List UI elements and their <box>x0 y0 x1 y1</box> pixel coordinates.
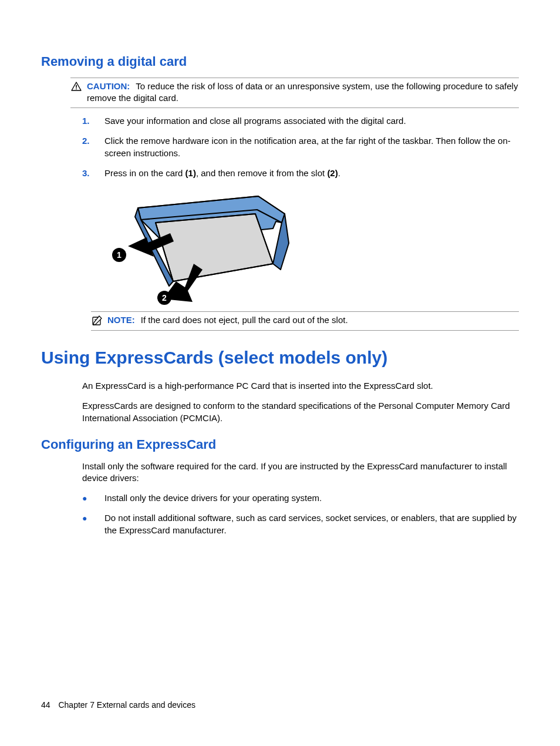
note-label: NOTE: <box>107 315 135 325</box>
bullet-list: ● Install only the device drivers for yo… <box>82 492 519 536</box>
svg-rect-1 <box>76 88 77 89</box>
bullet-icon: ● <box>82 492 92 504</box>
bullet-text: Do not install additional software, such… <box>104 512 519 536</box>
step-number: 3. <box>82 167 92 179</box>
svg-text:2: 2 <box>162 293 167 303</box>
step-item: 3. Press in on the card (1), and then re… <box>82 167 519 179</box>
note-callout: NOTE: If the card does not eject, pull t… <box>91 311 519 330</box>
step-number: 2. <box>82 135 92 159</box>
step-text-fragment: . <box>338 168 340 178</box>
caution-icon <box>70 80 82 91</box>
bullet-icon: ● <box>82 512 92 536</box>
caution-label: CAUTION: <box>87 81 130 91</box>
page-footer: 44 Chapter 7 External cards and devices <box>41 700 195 711</box>
note-body: NOTE: If the card does not eject, pull t… <box>107 314 519 326</box>
svg-rect-0 <box>76 85 77 88</box>
chapter-title: Chapter 7 External cards and devices <box>58 700 195 710</box>
steps-list: 1. Save your information and close all p… <box>82 115 519 179</box>
bullet-text: Install only the device drivers for your… <box>104 492 519 504</box>
svg-text:1: 1 <box>117 250 122 260</box>
bullet-item: ● Do not install additional software, su… <box>82 512 519 536</box>
step-number: 1. <box>82 115 92 127</box>
step-item: 2. Click the remove hardware icon in the… <box>82 135 519 159</box>
paragraph: Install only the software required for t… <box>82 461 519 485</box>
document-page: Removing a digital card CAUTION: To redu… <box>0 0 560 746</box>
paragraph: ExpressCards are designed to conform to … <box>82 400 519 424</box>
step-text: Save your information and close all prog… <box>104 115 519 127</box>
step-text: Click the remove hardware icon in the no… <box>104 135 519 159</box>
page-number: 44 <box>41 700 50 710</box>
step-text-fragment: , and then remove it from the slot <box>196 168 327 178</box>
step-text-bold: (2) <box>327 168 338 178</box>
caution-body: CAUTION: To reduce the risk of loss of d… <box>87 80 519 105</box>
heading-using-expresscards: Using ExpressCards (select models only) <box>41 346 519 370</box>
paragraph: An ExpressCard is a high-performance PC … <box>82 380 519 392</box>
heading-removing-digital-card: Removing a digital card <box>41 53 519 70</box>
heading-configuring-expresscard: Configuring an ExpressCard <box>41 436 519 453</box>
card-removal-illustration: 1 2 <box>106 187 519 308</box>
note-icon <box>91 314 103 326</box>
step-text: Press in on the card (1), and then remov… <box>104 167 519 179</box>
step-text-fragment: Press in on the card <box>104 168 185 178</box>
caution-callout: CAUTION: To reduce the risk of loss of d… <box>70 78 519 109</box>
step-item: 1. Save your information and close all p… <box>82 115 519 127</box>
bullet-item: ● Install only the device drivers for yo… <box>82 492 519 504</box>
step-text-bold: (1) <box>185 168 196 178</box>
note-text: If the card does not eject, pull the car… <box>141 315 348 325</box>
caution-text: To reduce the risk of loss of data or an… <box>87 81 518 103</box>
